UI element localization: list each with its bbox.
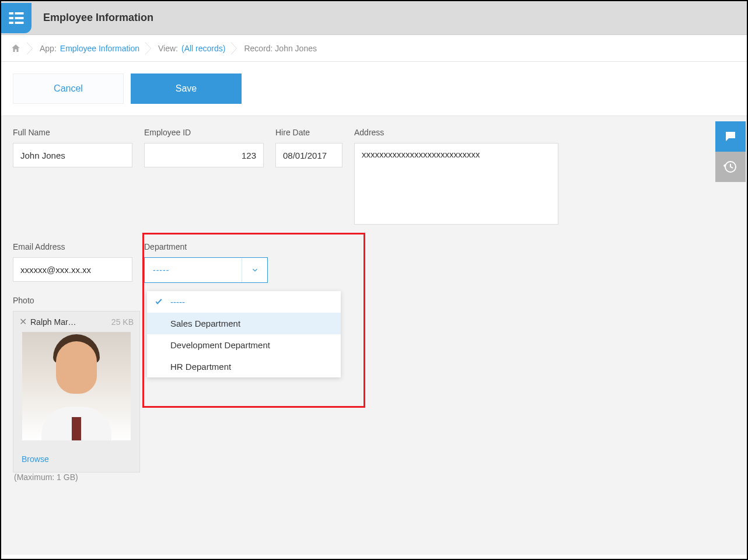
department-option-blank[interactable]: ----- [147,291,341,313]
hire-date-input[interactable] [275,143,342,167]
cancel-button[interactable]: Cancel [13,74,124,104]
crumb-separator [231,42,238,55]
toolbar: Cancel Save [1,62,747,116]
full-name-label: Full Name [13,128,132,137]
crumb-record: Record: John Jones [244,44,317,53]
crumb-view-label: View: [158,44,178,53]
photo-attachment-box: ✕ Ralph Mar… 25 KB Browse [13,311,140,473]
dropdown-option-label: HR Department [170,362,231,372]
department-select[interactable]: ----- [144,257,268,283]
svg-rect-3 [15,17,24,19]
dropdown-option-label: Development Department [170,340,270,350]
address-label: Address [354,128,558,137]
employee-id-label: Employee ID [144,128,264,137]
department-dropdown: ----- Sales Department Development Depar… [147,291,341,377]
employee-id-input[interactable] [144,143,264,167]
crumb-separator [27,42,34,55]
form-icon [8,9,25,27]
email-label: Email Address [13,242,132,251]
breadcrumb: App: Employee Information View: (All rec… [1,35,747,62]
photo-thumbnail [22,332,131,440]
side-panel-buttons [715,121,746,182]
photo-file-name: Ralph Mar… [30,317,108,327]
dropdown-option-label: Sales Department [170,318,240,328]
comments-button[interactable] [715,121,746,152]
remove-photo-icon[interactable]: ✕ [19,316,27,327]
home-icon[interactable] [11,43,21,54]
email-input[interactable] [13,257,132,282]
crumb-view-link[interactable]: (All records) [181,44,225,53]
department-option-development[interactable]: Development Department [147,334,341,356]
check-icon [154,297,163,308]
svg-rect-5 [15,22,24,24]
crumb-app-label: App: [40,44,57,53]
save-button[interactable]: Save [131,74,242,104]
photo-max-size: (Maximum: 1 GB) [13,473,140,490]
comment-icon [723,130,737,144]
header-bar: Employee Information [1,1,747,35]
photo-file-size: 25 KB [111,317,134,327]
crumb-app-link[interactable]: Employee Information [60,44,139,53]
chevron-down-icon [242,258,267,282]
department-label: Department [144,242,268,251]
hire-date-label: Hire Date [275,128,342,137]
history-icon [723,160,737,174]
crumb-separator [145,42,152,55]
photo-label: Photo [13,296,140,305]
form-area: Full Name Employee ID Hire Date Address … [1,116,747,555]
address-input[interactable] [354,143,558,225]
svg-rect-0 [9,12,14,15]
browse-button[interactable]: Browse [13,446,139,472]
app-icon[interactable] [1,3,32,33]
full-name-input[interactable] [13,143,132,167]
department-option-sales[interactable]: Sales Department [147,313,341,334]
department-selected-value: ----- [145,265,242,275]
svg-rect-4 [9,22,14,24]
history-button[interactable] [715,152,746,182]
department-option-hr[interactable]: HR Department [147,356,341,377]
svg-rect-1 [15,12,24,15]
dropdown-option-label: ----- [170,297,185,307]
svg-rect-2 [9,17,14,19]
page-title: Employee Information [43,12,153,24]
